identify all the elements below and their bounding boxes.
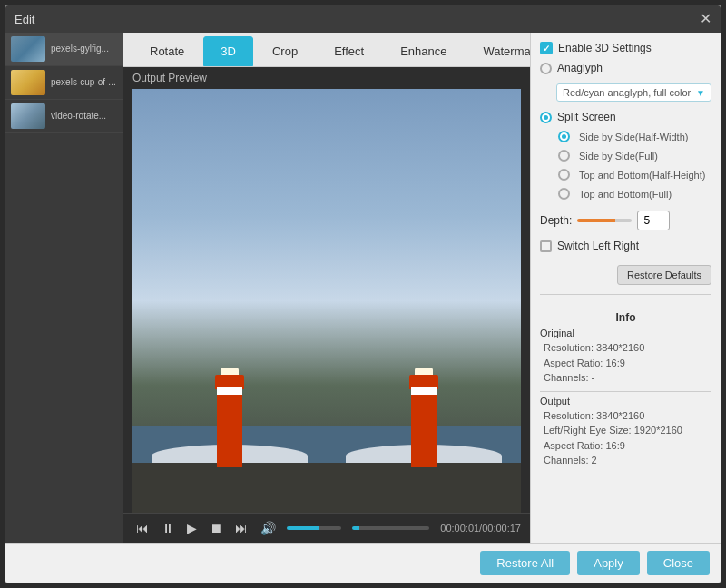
switch-left-right-checkbox[interactable] [540,240,552,252]
sidebar-thumb-2 [11,103,45,129]
split-screen-row[interactable]: Split Screen [540,111,711,123]
top-bottom-half-label: Top and Bottom(Half-Height) [579,170,705,181]
preview-area: Output Preview [123,67,530,543]
switch-left-right-label: Switch Left Right [557,240,639,252]
controls-bar: ⏮ ⏸ ▶ ⏹ ⏭ 🔊 00:00:01/00:00:17 [123,513,530,543]
play-pause-button[interactable]: ⏸ [158,519,178,537]
volume-icon[interactable]: 🔊 [257,519,280,537]
tab-crop[interactable]: Crop [255,36,315,66]
tab-enhance[interactable]: Enhance [383,36,464,66]
info-original-resolution: Resolution: 3840*2160 [544,340,711,356]
video-preview [132,89,521,513]
right-panel: Enable 3D Settings Anaglyph Red/cyan ana… [530,33,721,543]
ground-left [132,463,327,513]
anaglyph-dropdown[interactable]: Red/cyan anaglyph, full color ▼ [556,83,711,102]
stripe-left [217,387,242,395]
side-by-side-half-label: Side by Side(Half-Width) [579,132,688,142]
time-display: 00:00:01/00:00:17 [440,523,521,534]
anaglyph-row[interactable]: Anaglyph [540,62,711,74]
dialog-title: Edit [15,13,34,26]
info-output-channels: Channels: 2 [544,453,711,468]
info-original-label: Original [540,328,711,338]
close-button[interactable]: Close [647,551,710,575]
divider-2 [540,391,711,392]
split-screen-label: Split Screen [557,111,616,123]
bottom-bar: Restore All Apply Close [5,543,721,583]
lighthouse-right [411,386,437,467]
side-by-side-full-radio[interactable] [558,150,570,162]
info-section: Info Original Resolution: 3840*2160 Aspe… [540,311,711,468]
tab-rotate[interactable]: Rotate [132,36,201,66]
sidebar-label-2: video-rotate... [51,111,106,122]
sidebar-item-1[interactable]: pexels-cup-of-... [5,66,123,100]
info-output-resolution: Resolution: 3840*2160 [544,408,711,424]
preview-label: Output Preview [123,67,530,89]
sidebar-item-2[interactable]: video-rotate... [5,100,123,133]
tab-effect[interactable]: Effect [317,36,381,66]
enable-3d-label: Enable 3D Settings [558,42,652,54]
center-panel: Rotate 3D Crop Effect Enhance Watermark … [123,33,530,543]
anaglyph-label: Anaglyph [557,62,603,74]
video-left [132,89,327,513]
depth-row: Depth: [540,211,711,230]
side-by-side-half-radio[interactable] [558,131,570,142]
skip-forward-button[interactable]: ⏭ [231,519,251,537]
enable-3d-row[interactable]: Enable 3D Settings [540,42,711,54]
info-output-label: Output [540,396,711,407]
close-icon[interactable]: ✕ [700,12,711,26]
scene-left [132,89,327,513]
depth-input[interactable] [637,211,670,230]
info-output-eye-size: Left/Right Eye Size: 1920*2160 [544,423,711,438]
depth-label: Depth: [540,214,572,227]
volume-slider[interactable] [287,526,341,530]
sidebar-thumb-1 [11,70,45,95]
sidebar-label-1: pexels-cup-of-... [51,77,116,88]
sidebar-item-0[interactable]: pexels-gylfig... [5,33,123,66]
restore-all-button[interactable]: Restore All [480,551,570,575]
anaglyph-dropdown-value: Red/cyan anaglyph, full color [563,87,691,98]
split-video [132,89,521,513]
split-screen-radio[interactable] [540,112,552,123]
info-title: Info [540,311,711,324]
info-original-channels: Channels: - [544,370,711,386]
next-frame-button[interactable]: ▶ [183,519,201,537]
main-content: pexels-gylfig... pexels-cup-of-... video… [5,33,721,543]
restore-defaults-button[interactable]: Restore Defaults [617,265,711,285]
timeline-slider[interactable] [352,526,429,530]
apply-button[interactable]: Apply [577,551,640,575]
ground-right [327,463,521,513]
top-bottom-full-row[interactable]: Top and Bottom(Full) [558,188,711,200]
tab-watermark[interactable]: Watermark [466,36,530,66]
info-original-aspect: Aspect Ratio: 16:9 [544,356,711,371]
stop-button[interactable]: ⏹ [206,519,226,537]
sidebar-thumb-0 [11,36,45,62]
sidebar: pexels-gylfig... pexels-cup-of-... video… [5,33,123,543]
stripe-right [411,387,437,395]
side-by-side-full-label: Side by Side(Full) [579,151,658,162]
depth-slider[interactable] [577,219,632,222]
lighthouse-left [217,386,242,467]
tab-3d[interactable]: 3D [203,36,253,66]
side-by-side-full-row[interactable]: Side by Side(Full) [558,150,711,162]
side-by-side-half-row[interactable]: Side by Side(Half-Width) [558,131,711,142]
info-output-aspect: Aspect Ratio: 16:9 [544,438,711,454]
switch-left-right-row[interactable]: Switch Left Right [540,240,711,252]
scene-right [327,89,521,513]
video-right [327,89,521,513]
edit-dialog: Edit ✕ pexels-gylfig... pexels-cup-of-..… [5,5,721,583]
top-bottom-half-row[interactable]: Top and Bottom(Half-Height) [558,169,711,181]
top-bottom-full-label: Top and Bottom(Full) [579,189,672,200]
anaglyph-radio[interactable] [540,63,552,74]
tabs-bar: Rotate 3D Crop Effect Enhance Watermark [123,33,530,67]
title-bar: Edit ✕ [5,5,721,33]
enable-3d-checkbox[interactable] [540,42,553,54]
top-bottom-full-radio[interactable] [558,188,570,200]
top-bottom-half-radio[interactable] [558,169,570,181]
dropdown-arrow-icon: ▼ [696,88,705,98]
sidebar-label-0: pexels-gylfig... [51,44,109,54]
skip-back-button[interactable]: ⏮ [132,519,152,537]
divider-1 [540,294,711,295]
